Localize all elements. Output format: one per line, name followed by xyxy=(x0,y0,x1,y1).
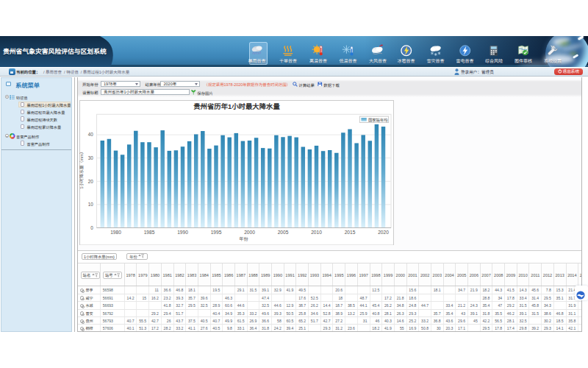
svg-text:2010: 2010 xyxy=(312,228,323,236)
svg-text:1995: 1995 xyxy=(211,228,222,236)
svg-text:40: 40 xyxy=(88,131,94,138)
svg-text:2005: 2005 xyxy=(278,228,289,236)
svg-text:贵州省历年1小时最大降水量: 贵州省历年1小时最大降水量 xyxy=(194,101,281,111)
svg-text:1980: 1980 xyxy=(111,228,122,236)
svg-text:1小时降水量（mm）: 1小时降水量（mm） xyxy=(79,149,85,188)
svg-text:2020: 2020 xyxy=(379,228,390,236)
svg-text:1990: 1990 xyxy=(178,228,189,236)
svg-text:1985: 1985 xyxy=(144,228,155,236)
svg-text:20: 20 xyxy=(88,177,94,184)
svg-text:年份: 年份 xyxy=(240,235,249,241)
svg-text:国家站年均: 国家站年均 xyxy=(368,116,388,122)
svg-text:0: 0 xyxy=(91,224,94,230)
svg-text:10: 10 xyxy=(88,201,94,208)
svg-text:30: 30 xyxy=(88,154,94,160)
svg-text:2015: 2015 xyxy=(345,228,356,236)
